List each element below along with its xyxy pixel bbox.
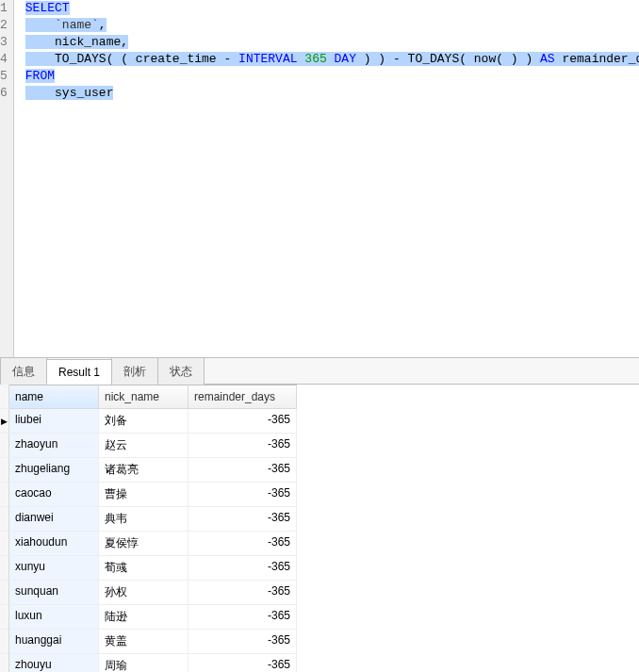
- cell-name[interactable]: zhugeliang: [9, 458, 99, 483]
- code-token: ,: [99, 18, 106, 32]
- cell-name[interactable]: xunyu: [9, 556, 99, 581]
- result-tabs: 信息Result 1剖析状态: [0, 358, 639, 385]
- cell-nick_name[interactable]: 刘备: [99, 409, 188, 434]
- cell-remainder_days[interactable]: -365: [188, 605, 297, 630]
- cell-name[interactable]: caocao: [9, 483, 99, 507]
- code-token: [231, 52, 238, 66]
- editor-code[interactable]: SELECT `name`, nick_name, TO_DAYS( ( cre…: [14, 0, 639, 357]
- col-header-name[interactable]: name: [9, 385, 99, 409]
- table-row[interactable]: zhugeliang诸葛亮-365: [0, 458, 639, 483]
- code-token: 365: [304, 52, 326, 66]
- tab-状态[interactable]: 状态: [157, 357, 205, 385]
- cell-name[interactable]: dianwei: [9, 507, 99, 532]
- table-row[interactable]: xunyu荀彧-365: [0, 556, 639, 581]
- code-token: sys_user: [55, 86, 113, 100]
- code-token: [327, 52, 335, 66]
- cell-name[interactable]: xiahoudun: [9, 532, 99, 556]
- code-line[interactable]: SELECT: [25, 0, 639, 17]
- table-row[interactable]: huanggai黄盖-365: [0, 630, 639, 654]
- code-token: INTERVAL: [238, 52, 297, 66]
- line-number: 3: [0, 34, 8, 51]
- table-row[interactable]: xiahoudun夏侯惇-365: [0, 532, 639, 556]
- table-row[interactable]: dianwei典韦-365: [0, 507, 639, 532]
- code-line[interactable]: nick_name,: [25, 34, 639, 51]
- cell-name[interactable]: zhouyu: [9, 654, 99, 672]
- table-row[interactable]: luxun陆逊-365: [0, 605, 639, 630]
- line-number: 4: [0, 51, 8, 68]
- code-token: nick_name: [55, 35, 121, 49]
- code-token: SELECT: [25, 1, 70, 15]
- cell-remainder_days[interactable]: -365: [188, 483, 297, 507]
- sql-editor[interactable]: 123456 SELECT `name`, nick_name, TO_DAYS…: [0, 0, 639, 358]
- cell-name[interactable]: liubei: [9, 409, 99, 434]
- cell-remainder_days[interactable]: -365: [188, 556, 297, 581]
- row-indicator-header: [0, 385, 9, 409]
- table-row[interactable]: zhouyu周瑜-365: [0, 654, 639, 672]
- code-token: FROM: [25, 69, 55, 83]
- table-row[interactable]: zhaoyun赵云-365: [0, 434, 639, 458]
- grid-header: namenick_nameremainder_days: [0, 385, 639, 409]
- code-line[interactable]: `name`,: [25, 17, 639, 34]
- tab-信息[interactable]: 信息: [0, 357, 47, 385]
- line-number: 1: [0, 0, 8, 17]
- editor-gutter: 123456: [0, 0, 14, 357]
- col-header-nick_name[interactable]: nick_name: [99, 385, 188, 409]
- row-indicator: [0, 654, 9, 672]
- code-line[interactable]: FROM: [25, 68, 639, 85]
- cell-remainder_days[interactable]: -365: [188, 434, 297, 458]
- code-token: TO_DAYS( now( ) ): [401, 52, 540, 66]
- tab-result-1[interactable]: Result 1: [46, 359, 112, 385]
- table-row[interactable]: caocao曹操-365: [0, 483, 639, 507]
- code-line[interactable]: sys_user: [25, 85, 639, 102]
- row-indicator: [0, 434, 9, 458]
- cell-name[interactable]: luxun: [9, 605, 99, 630]
- cell-nick_name[interactable]: 夏侯惇: [99, 532, 188, 556]
- cell-remainder_days[interactable]: -365: [188, 458, 297, 483]
- cell-remainder_days[interactable]: -365: [188, 532, 297, 556]
- cell-nick_name[interactable]: 诸葛亮: [99, 458, 188, 483]
- code-token: [25, 86, 55, 100]
- tab-剖析[interactable]: 剖析: [111, 357, 158, 385]
- row-indicator: [0, 605, 9, 630]
- code-token: ) ): [356, 52, 393, 66]
- cell-nick_name[interactable]: 周瑜: [99, 654, 188, 672]
- code-token: AS: [540, 52, 555, 66]
- table-row[interactable]: liubei刘备-365: [0, 409, 639, 434]
- cell-nick_name[interactable]: 曹操: [99, 483, 188, 507]
- cell-name[interactable]: huanggai: [9, 630, 99, 654]
- cell-nick_name[interactable]: 赵云: [99, 434, 188, 458]
- code-token: `name`: [55, 18, 99, 32]
- row-indicator: [0, 458, 9, 483]
- cell-remainder_days[interactable]: -365: [188, 507, 297, 532]
- cell-remainder_days[interactable]: -365: [188, 630, 297, 654]
- cell-nick_name[interactable]: 陆逊: [99, 605, 188, 630]
- result-grid[interactable]: namenick_nameremainder_daysliubei刘备-365z…: [0, 385, 639, 672]
- row-indicator: [0, 409, 9, 434]
- code-token: [25, 18, 55, 32]
- row-indicator: [0, 581, 9, 605]
- row-indicator: [0, 556, 9, 581]
- row-indicator: [0, 630, 9, 654]
- code-line[interactable]: TO_DAYS( ( create_time - INTERVAL 365 DA…: [25, 51, 639, 68]
- col-header-remainder_days[interactable]: remainder_days: [188, 385, 297, 409]
- code-token: ( ( create_time: [106, 52, 224, 66]
- cell-remainder_days[interactable]: -365: [188, 409, 297, 434]
- cell-name[interactable]: sunquan: [9, 581, 99, 605]
- cell-name[interactable]: zhaoyun: [9, 434, 99, 458]
- cell-remainder_days[interactable]: -365: [188, 581, 297, 605]
- code-token: -: [393, 52, 401, 66]
- table-row[interactable]: sunquan孙权-365: [0, 581, 639, 605]
- cell-nick_name[interactable]: 孙权: [99, 581, 188, 605]
- code-token: DAY: [335, 52, 356, 66]
- line-number: 2: [0, 17, 8, 34]
- cell-nick_name[interactable]: 荀彧: [99, 556, 188, 581]
- code-token: remainder_days: [555, 52, 639, 66]
- row-indicator: [0, 483, 9, 507]
- cell-nick_name[interactable]: 黄盖: [99, 630, 188, 654]
- line-number: 6: [0, 85, 8, 102]
- code-token: ,: [121, 35, 128, 49]
- cell-remainder_days[interactable]: -365: [188, 654, 297, 672]
- row-indicator: [0, 532, 9, 556]
- code-token: [25, 52, 55, 66]
- cell-nick_name[interactable]: 典韦: [99, 507, 188, 532]
